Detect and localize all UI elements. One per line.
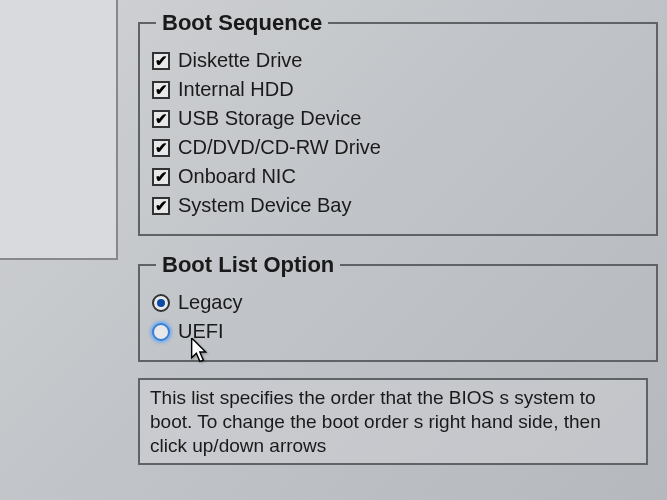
help-text-box: This list specifies the order that the B…: [138, 378, 648, 465]
radio-icon: [152, 323, 170, 341]
boot-item-label: USB Storage Device: [178, 107, 361, 130]
boot-item-cd-dvd[interactable]: ✔ CD/DVD/CD-RW Drive: [152, 135, 644, 160]
boot-item-diskette[interactable]: ✔ Diskette Drive: [152, 48, 644, 73]
checkbox-icon: ✔: [152, 168, 170, 186]
boot-item-onboard-nic[interactable]: ✔ Onboard NIC: [152, 164, 644, 189]
boot-list-option-group: Boot List Option Legacy UEFI: [138, 252, 658, 362]
boot-sequence-group: Boot Sequence ✔ Diskette Drive ✔ Interna…: [138, 10, 658, 236]
radio-option-label: Legacy: [178, 291, 243, 314]
left-sidebar-panel: [0, 0, 118, 260]
boot-item-label: Internal HDD: [178, 78, 294, 101]
boot-item-usb-storage[interactable]: ✔ USB Storage Device: [152, 106, 644, 131]
help-text: This list specifies the order that the B…: [150, 387, 601, 456]
radio-option-label: UEFI: [178, 320, 224, 343]
main-content: Boot Sequence ✔ Diskette Drive ✔ Interna…: [138, 10, 658, 465]
boot-item-label: CD/DVD/CD-RW Drive: [178, 136, 381, 159]
boot-item-internal-hdd[interactable]: ✔ Internal HDD: [152, 77, 644, 102]
boot-item-label: System Device Bay: [178, 194, 351, 217]
radio-icon: [152, 294, 170, 312]
checkbox-icon: ✔: [152, 139, 170, 157]
boot-item-label: Onboard NIC: [178, 165, 296, 188]
boot-list-option-legend: Boot List Option: [156, 252, 340, 278]
boot-sequence-legend: Boot Sequence: [156, 10, 328, 36]
boot-item-system-device-bay[interactable]: ✔ System Device Bay: [152, 193, 644, 218]
radio-option-uefi[interactable]: UEFI: [152, 319, 644, 344]
radio-option-legacy[interactable]: Legacy: [152, 290, 644, 315]
checkbox-icon: ✔: [152, 197, 170, 215]
checkbox-icon: ✔: [152, 81, 170, 99]
checkbox-icon: ✔: [152, 110, 170, 128]
checkbox-icon: ✔: [152, 52, 170, 70]
boot-item-label: Diskette Drive: [178, 49, 302, 72]
